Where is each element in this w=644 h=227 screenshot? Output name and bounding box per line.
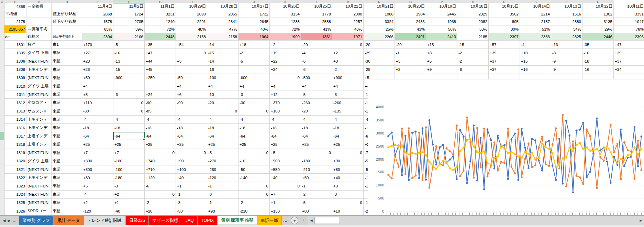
cell[interactable]: 10月22日 <box>332 3 364 10</box>
cell[interactable]: 東1 <box>52 41 82 49</box>
cell[interactable]: 1999 <box>270 33 301 41</box>
cell[interactable]: +44 <box>145 57 176 65</box>
cell[interactable]: 1317 <box>4 132 26 140</box>
cell[interactable]: +24 <box>145 90 176 99</box>
cell[interactable]: +26 <box>82 66 113 74</box>
cell[interactable]: 48% <box>332 25 364 33</box>
cell[interactable]: (NEXT FUN <box>26 191 52 199</box>
cell[interactable]: 2158 <box>207 33 238 41</box>
cell[interactable]: +25 <box>332 140 364 149</box>
cell[interactable]: (NEXT FUN <box>26 199 52 207</box>
cell[interactable]: +1 <box>270 199 301 207</box>
cell[interactable]: +47 <box>614 41 644 49</box>
cell[interactable]: 10月26日 <box>270 3 301 10</box>
cell[interactable]: -6 <box>301 57 332 65</box>
cell[interactable]: +34 <box>614 66 644 74</box>
cell[interactable]: -2 <box>457 49 489 57</box>
cell[interactable]: -13 <box>113 57 145 65</box>
cell[interactable]: 1312 <box>4 99 26 107</box>
cell[interactable]: 0 <box>238 107 270 116</box>
cell[interactable]: 1324 <box>4 191 26 199</box>
cell[interactable]: 2705 <box>113 18 145 25</box>
cell[interactable]: 0 <box>238 191 270 199</box>
cell[interactable]: +40 <box>176 174 207 182</box>
cell[interactable]: -4 <box>207 116 238 124</box>
cell[interactable]: +90 <box>207 207 238 215</box>
cell[interactable]: 53% <box>457 25 489 33</box>
column-header-B[interactable]: B <box>4 0 27 3</box>
sheet-tab[interactable]: 東証一部 <box>257 216 282 225</box>
column-header-K[interactable]: K <box>270 0 301 3</box>
cell[interactable]: -2 <box>145 199 176 207</box>
sheet-tab[interactable]: マザーズ指標 <box>149 216 182 225</box>
cell[interactable]: -9 <box>551 57 582 65</box>
cell[interactable]: -18 <box>270 124 301 132</box>
cell[interactable]: +80 <box>82 174 113 182</box>
cell[interactable]: -14 <box>207 41 238 49</box>
column-header-I[interactable]: I <box>207 0 239 3</box>
column-header-O[interactable]: O <box>395 0 426 3</box>
horizontal-scrollbar[interactable]: ◀ ▶ <box>308 216 644 225</box>
cell[interactable]: +550 <box>270 165 301 174</box>
column-header-C[interactable]: C <box>26 0 52 3</box>
cell[interactable]: 上場インデ <box>26 132 52 140</box>
sheet-tab[interactable]: 累計 データ <box>54 216 84 225</box>
cell[interactable]: 10月25日 <box>301 3 332 10</box>
cell[interactable]: -50 <box>176 74 207 82</box>
cell[interactable]: +170 <box>82 41 113 49</box>
cell[interactable]: 39% <box>113 25 145 33</box>
cell[interactable]: -5 <box>301 199 332 207</box>
cell[interactable]: 上場インデ <box>26 140 52 149</box>
cell[interactable]: -270 <box>207 157 238 165</box>
cell[interactable]: -4 <box>520 41 551 49</box>
sheet-tab[interactable]: トレンド統計関連 <box>84 216 126 225</box>
cell[interactable]: 1318 <box>4 140 26 149</box>
cell[interactable]: 72% <box>270 25 301 33</box>
cell[interactable]: +45 <box>145 66 176 74</box>
cell[interactable]: -30 <box>364 57 395 65</box>
cell[interactable]: -64 <box>145 132 176 140</box>
cell[interactable]: -3 <box>332 191 364 199</box>
cell[interactable]: 東証 <box>52 82 82 90</box>
cell[interactable]: +80 <box>332 165 364 174</box>
cell[interactable]: -90 <box>176 99 207 107</box>
cell[interactable]: (NEXT FUN <box>26 90 52 99</box>
cell[interactable]: -2 <box>238 49 270 57</box>
cell[interactable]: -18 <box>238 124 270 132</box>
cell[interactable]: 東証 <box>52 107 82 116</box>
cell[interactable]: 1861 <box>301 33 332 41</box>
cell[interactable]: 値下がり銘柄 <box>52 18 82 25</box>
cell[interactable]: +4 <box>301 82 332 90</box>
cell[interactable]: +5 <box>270 149 301 157</box>
cell[interactable]: 1904 <box>395 10 426 18</box>
cell[interactable]: 2880 <box>551 18 582 25</box>
cell[interactable]: -260 <box>207 165 238 174</box>
sheet-tab[interactable]: 業種別 グラフ <box>19 216 54 225</box>
cell[interactable]: 2413 <box>426 33 457 41</box>
cell[interactable]: 3562 <box>489 10 520 18</box>
cell[interactable]: -180 <box>113 174 145 182</box>
tab-splitter-icon[interactable]: ⋮ <box>300 216 307 225</box>
cell[interactable]: +2 <box>332 49 364 57</box>
tab-nav-more-icon[interactable]: … <box>13 218 16 223</box>
cell[interactable]: 0 <box>270 74 301 82</box>
cell[interactable]: -64 <box>301 132 332 140</box>
cell[interactable]: 2291 <box>176 18 207 25</box>
cell[interactable]: -64 <box>332 132 364 140</box>
cell[interactable]: 0 <box>301 149 332 157</box>
cell[interactable]: 0 <box>238 182 270 190</box>
cell[interactable]: 2090 <box>176 10 207 18</box>
cell[interactable]: -15 <box>207 49 238 57</box>
cell[interactable]: -140 <box>238 174 270 182</box>
cell[interactable]: -20 <box>301 107 332 116</box>
cell[interactable]: -6 <box>145 182 176 190</box>
cell[interactable]: -9 <box>551 66 582 74</box>
cell[interactable]: 10月18日 <box>457 3 489 10</box>
cell[interactable]: -4 <box>113 116 145 124</box>
cell[interactable]: 平均値 <box>4 10 26 18</box>
cell[interactable]: 3391 <box>614 10 644 18</box>
cell[interactable]: +37 <box>489 66 520 74</box>
cell[interactable]: -600 <box>238 74 270 82</box>
cell[interactable]: ダイワ 上場 <box>26 82 52 90</box>
cell[interactable]: +15 <box>426 41 457 49</box>
